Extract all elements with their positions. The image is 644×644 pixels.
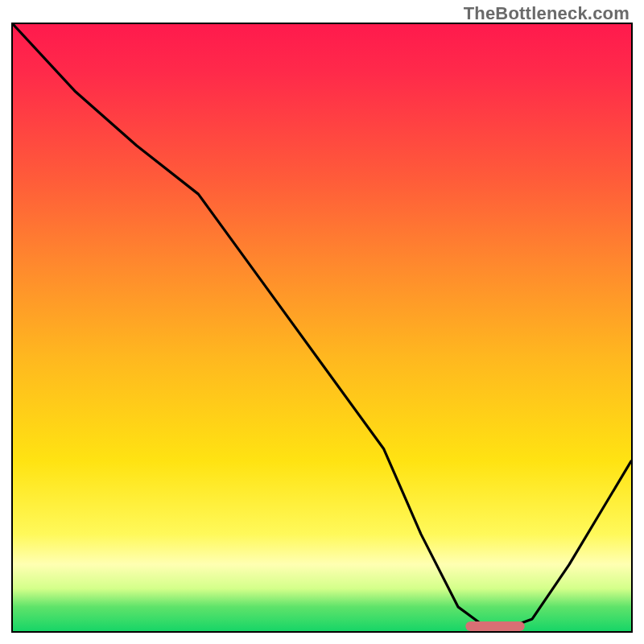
watermark-text: TheBottleneck.com	[464, 3, 630, 24]
plot-area	[11, 23, 633, 633]
chart-overlay	[13, 24, 631, 631]
bottleneck-curve	[13, 24, 631, 628]
chart-container: TheBottleneck.com	[0, 0, 644, 644]
